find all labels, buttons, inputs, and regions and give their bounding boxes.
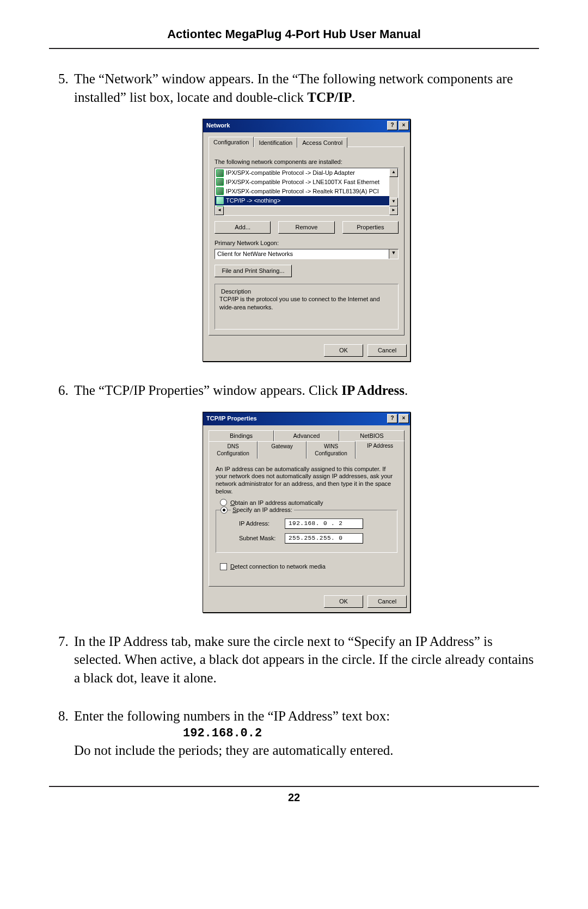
- tcpip-window: TCP/IP Properties ? × Bindings Advanced …: [203, 412, 411, 613]
- tab-identification[interactable]: Identification: [254, 137, 297, 148]
- list-item[interactable]: IPX/SPX-compatible Protocol -> LNE100TX …: [215, 178, 389, 187]
- list-item-selected[interactable]: TCP/IP -> <nothing>: [215, 196, 389, 205]
- footer-rule: [49, 786, 539, 787]
- list-item-label: IPX/SPX-compatible Protocol -> LNE100TX …: [226, 178, 379, 186]
- add-button[interactable]: Add...: [215, 221, 271, 234]
- detect-label: Detect connection to network media: [230, 563, 326, 571]
- ip-address-label: IP Address:: [239, 520, 279, 528]
- list-item[interactable]: IPX/SPX-compatible Protocol -> Dial-Up A…: [215, 168, 389, 178]
- list-item-label: IPX/SPX-compatible Protocol -> Realtek R…: [226, 187, 379, 196]
- step-8-text-b: Do not include the periods; they are aut…: [74, 743, 394, 758]
- tab-bindings[interactable]: Bindings: [209, 430, 274, 441]
- logon-value: Client for NetWare Networks: [215, 249, 389, 259]
- cancel-button[interactable]: Cancel: [367, 595, 407, 608]
- components-label: The following network components are ins…: [215, 158, 399, 166]
- ip-address-input[interactable]: 192.168. 0 . 2: [285, 518, 363, 529]
- scroll-left-icon[interactable]: ◄: [215, 206, 224, 215]
- step-5-bold: TCP/IP: [307, 90, 352, 105]
- description-group: Description TCP/IP is the protocol you u…: [215, 284, 399, 330]
- scroll-down-icon[interactable]: ▼: [389, 198, 398, 206]
- ok-button[interactable]: OK: [324, 344, 363, 357]
- protocol-icon: [216, 197, 224, 204]
- step-6-text-c: .: [405, 383, 408, 398]
- tab-access-control[interactable]: Access Control: [297, 137, 347, 148]
- tab-ip-address[interactable]: IP Address: [356, 441, 405, 458]
- step-5-text-c: .: [352, 90, 355, 105]
- step-5: The “Network” window appears. In the “Th…: [72, 70, 539, 362]
- step-8-text-a: Enter the following numbers in the “IP A…: [74, 709, 390, 723]
- radio-auto-label: Obtain an IP address automatically: [230, 499, 323, 507]
- step-7-text: In the IP Address tab, make sure the cir…: [74, 634, 534, 686]
- chevron-down-icon[interactable]: ▼: [389, 249, 398, 259]
- radio-obtain-auto[interactable]: Obtain an IP address automatically: [220, 499, 397, 507]
- properties-button[interactable]: Properties: [342, 221, 399, 234]
- page-header: Actiontec MegaPlug 4-Port Hub User Manua…: [49, 27, 539, 41]
- help-icon[interactable]: ?: [387, 121, 397, 130]
- cancel-button[interactable]: Cancel: [367, 344, 407, 357]
- components-listbox[interactable]: IPX/SPX-compatible Protocol -> Dial-Up A…: [215, 168, 399, 216]
- step-6: The “TCP/IP Properties” window appears. …: [72, 381, 539, 613]
- list-item[interactable]: IPX/SPX-compatible Protocol -> Realtek R…: [215, 187, 389, 196]
- close-icon[interactable]: ×: [399, 414, 409, 423]
- network-titlebar: Network ? ×: [203, 119, 410, 132]
- detect-connection-checkbox[interactable]: Detect connection to network media: [220, 563, 397, 571]
- step-5-text-a: The “Network” window appears. In the “Th…: [74, 71, 513, 105]
- protocol-icon: [216, 178, 224, 186]
- description-title: Description: [219, 288, 253, 296]
- checkbox-icon: [220, 563, 227, 570]
- step-7: In the IP Address tab, make sure the cir…: [72, 632, 539, 687]
- remove-button[interactable]: Remove: [278, 221, 334, 234]
- tcpip-intro: An IP address can be automatically assig…: [216, 466, 397, 496]
- protocol-icon: [216, 187, 224, 195]
- header-rule: [49, 48, 539, 49]
- step-6-text-a: The “TCP/IP Properties” window appears. …: [74, 383, 341, 398]
- logon-label: Primary Network Logon:: [215, 239, 399, 247]
- tab-configuration[interactable]: Configuration: [209, 137, 254, 148]
- scroll-right-icon[interactable]: ►: [389, 206, 398, 215]
- scrollbar-horizontal[interactable]: ◄ ►: [215, 206, 398, 215]
- step-6-bold: IP Address: [341, 383, 405, 398]
- description-text: TCP/IP is the protocol you use to connec…: [219, 295, 394, 312]
- network-title: Network: [206, 121, 230, 130]
- ok-button[interactable]: OK: [324, 595, 363, 608]
- protocol-icon: [216, 169, 224, 177]
- list-item-label: IPX/SPX-compatible Protocol -> Dial-Up A…: [226, 169, 355, 177]
- close-icon[interactable]: ×: [399, 121, 409, 130]
- logon-dropdown[interactable]: Client for NetWare Networks ▼: [215, 249, 399, 259]
- tcpip-title: TCP/IP Properties: [206, 414, 257, 423]
- help-icon[interactable]: ?: [387, 414, 397, 423]
- subnet-mask-label: Subnet Mask:: [239, 534, 279, 542]
- step-8-code: 192.168.0.2: [183, 725, 539, 742]
- radio-icon[interactable]: [220, 507, 228, 514]
- list-item-label: TCP/IP -> <nothing>: [226, 197, 280, 205]
- step-list: The “Network” window appears. In the “Th…: [49, 70, 539, 760]
- radio-specify-label[interactable]: Specify an IP address:: [231, 506, 294, 514]
- tcpip-titlebar: TCP/IP Properties ? ×: [203, 412, 410, 425]
- tab-wins[interactable]: WINS Configuration: [307, 441, 356, 459]
- step-8: Enter the following numbers in the “IP A…: [72, 707, 539, 760]
- tab-netbios[interactable]: NetBIOS: [339, 430, 405, 441]
- scroll-up-icon[interactable]: ▲: [389, 168, 398, 177]
- tab-gateway[interactable]: Gateway: [258, 441, 307, 459]
- subnet-mask-input[interactable]: 255.255.255. 0: [285, 533, 363, 544]
- radio-icon: [220, 499, 227, 506]
- network-window: Network ? × Configuration Identification…: [203, 119, 411, 362]
- scrollbar-vertical[interactable]: ▲ ▼: [389, 168, 398, 206]
- tab-advanced[interactable]: Advanced: [274, 430, 339, 441]
- page-number: 22: [49, 791, 539, 804]
- file-print-sharing-button[interactable]: File and Print Sharing...: [215, 265, 292, 277]
- tab-dns[interactable]: DNS Configuration: [209, 441, 258, 459]
